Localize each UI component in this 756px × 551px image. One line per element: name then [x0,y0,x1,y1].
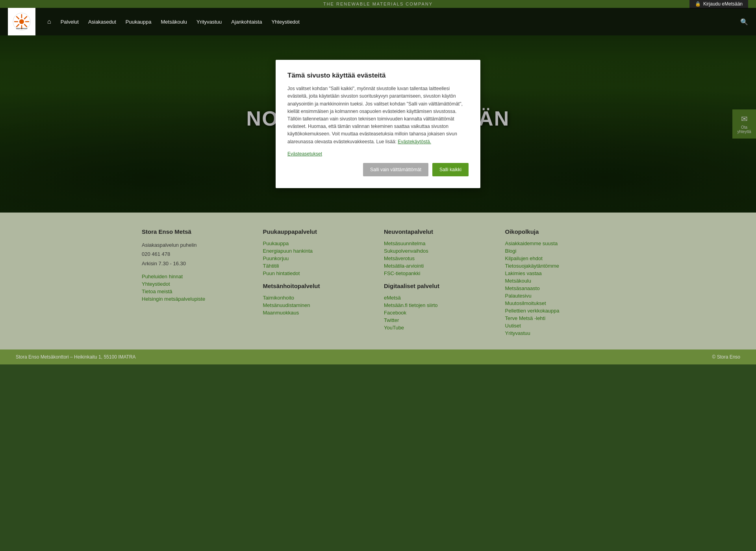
footer-link-maanmuokkaus[interactable]: Maanmuokkaus [263,310,372,316]
nav-asiakasedut[interactable]: Asiakasedut [84,16,120,28]
footer-link-tietoa-meista[interactable]: Tietoa meistä [142,288,251,294]
footer-link-yrityvastuu[interactable]: Yrityvastuu [505,330,615,336]
footer-link-helsingin[interactable]: Helsingin metsäpalvelupiste [142,296,251,302]
footer-link-sukupolvenvaihdos[interactable]: Sukupolvenvaihdos [384,248,493,254]
footer-col-neuvonta: Neuvontapalvelut Metsäsuunnitelma Sukupo… [384,228,493,338]
footer-link-youtube[interactable]: YouTube [384,325,493,331]
header: storaenso ⌂ Palvelut Asiakasedut Puukaup… [0,8,756,35]
nav-palvelut[interactable]: Palvelut [57,16,83,28]
footer-link-taimikonhoito[interactable]: Taimikonhoito [263,295,372,301]
footer-link-metsasuunnitelma[interactable]: Metsäsuunnitelma [384,240,493,246]
nav-yhteystiedot[interactable]: Yhteystiedot [267,16,304,28]
footer-link-twitter[interactable]: Twitter [384,317,493,323]
footer: Stora Enso Metsä Asiakaspalvelun puhelin… [0,213,756,364]
footer-link-terve-metsa[interactable]: Terve Metsä -lehti [505,315,615,321]
svg-text:storaenso: storaenso [16,27,28,30]
cookie-buttons: Salli vain välttämättömät Salli kaikki [287,163,469,176]
main-nav: ⌂ Palvelut Asiakasedut Puukauppa Metsäko… [43,15,740,28]
footer-col2-subtitle2: Metsänhoitopalvelut [263,283,372,289]
nav-ajankohtaista[interactable]: Ajankohtaista [227,16,266,28]
footer-link-blogi[interactable]: Blogi [505,248,615,254]
cookie-reject-button[interactable]: Salli vain välttämättömät [363,163,428,176]
footer-link-energiapuun[interactable]: Energiapuun hankinta [263,248,372,254]
nav-right: 🔍 [740,18,748,26]
logo[interactable]: storaenso [8,8,35,35]
footer-col-oikopolkuja: Oikopolkuja Asiakkaidemme suusta Blogi K… [505,228,615,338]
footer-bottom: Stora Enso Metsäkonttori – Heikinkaitu 1… [0,349,756,364]
footer-link-emets[interactable]: eMetsä [384,295,493,301]
footer-address: Stora Enso Metsäkonttori – Heikinkaitu 1… [16,354,136,360]
nav-metsakoulu[interactable]: Metsäkoulu [157,16,191,28]
footer-link-metsatila-arviointi[interactable]: Metsätila-arviointi [384,263,493,269]
footer-grid: Stora Enso Metsä Asiakaspalvelun puhelin… [142,228,614,338]
cookie-accept-button[interactable]: Salli kaikki [432,163,469,176]
footer-col1-title: Stora Enso Metsä [142,228,251,235]
footer-link-asiakkaidemme[interactable]: Asiakkaidemme suusta [505,240,615,246]
footer-contact-info: Asiakaspalvelun puhelin 020 461 478 Arki… [142,240,251,268]
footer-link-fsc[interactable]: FSC-tietopankki [384,270,493,276]
cookie-title: Tämä sivusto käyttää evästeitä [287,72,469,80]
footer-link-puunkorjuu[interactable]: Puunkorjuu [263,255,372,261]
cookie-overlay: Tämä sivusto käyttää evästeitä Jos valit… [0,35,756,213]
footer-col-puukauppa: Puukauppapalvelut Puukauppa Energiapuun … [263,228,372,338]
footer-copyright: © Stora Enso [712,354,740,360]
cookie-privacy-link[interactable]: Evästekäytöstä. [398,139,431,144]
lock-icon: 🔒 [695,1,701,7]
footer-link-puukauppa[interactable]: Puukauppa [263,240,372,246]
top-bar: THE RENEWABLE MATERIALS COMPANY 🔒 Kirjau… [0,0,756,8]
footer-link-facebook[interactable]: Facebook [384,310,493,316]
footer-link-tahtitili[interactable]: Tähtitili [263,263,372,269]
search-button[interactable]: 🔍 [740,18,748,26]
footer-link-muutosilmoitukset[interactable]: Muutosilmoitukset [505,300,615,306]
footer-link-metsanuudistaminen[interactable]: Metsänuudistaminen [263,302,372,308]
footer-link-lakimies[interactable]: Lakimies vastaa [505,270,615,276]
footer-col3-subtitle2: Digitaaliset palvelut [384,283,493,289]
company-tagline: THE RENEWABLE MATERIALS COMPANY [323,2,433,6]
footer-link-yhteystiedot[interactable]: Yhteystiedot [142,281,251,287]
hero-section: Tämä sivusto käyttää evästeitä Jos valit… [0,35,756,213]
cookie-settings-link[interactable]: Evästeasetukset [287,151,469,157]
nav-puukauppa[interactable]: Puukauppa [122,16,156,28]
footer-link-metsasanaasto[interactable]: Metsäsanaasto [505,285,615,291]
footer-col3-title: Neuvontapalvelut [384,228,493,235]
footer-link-uutiset[interactable]: Uutiset [505,323,615,329]
cookie-modal: Tämä sivusto käyttää evästeitä Jos valit… [276,60,480,188]
svg-point-1 [19,19,24,24]
footer-link-metsaan-fi[interactable]: Metsään.fi tietojen siirto [384,302,493,308]
footer-col-stora-enso: Stora Enso Metsä Asiakaspalvelun puhelin… [142,228,251,338]
nav-yrityvastuu[interactable]: Yrityvastuu [193,16,226,28]
below-fold-area [0,364,756,522]
footer-link-metsakoulu2[interactable]: Metsäkoulu [505,278,615,284]
footer-col4-title: Oikopolkuja [505,228,615,235]
footer-link-kilpailujen-ehdot[interactable]: Kilpailujen ehdot [505,255,615,261]
footer-link-pellettien[interactable]: Pellettien verkkokauppa [505,308,615,314]
footer-link-puun-hintatiedot[interactable]: Puun hintatiedot [263,270,372,276]
nav-home[interactable]: ⌂ [43,15,55,28]
footer-link-metsaverotus[interactable]: Metsäverotus [384,255,493,261]
footer-link-puheluiden-hinnat[interactable]: Puheluiden hinnat [142,274,251,279]
footer-link-palautesivu[interactable]: Palautesivu [505,293,615,299]
footer-col2-title: Puukauppapalvelut [263,228,372,235]
footer-link-tietosuoja[interactable]: Tietosuojakäytäntömme [505,263,615,269]
cookie-body: Jos valitset kohdan "Salli kaikki", myön… [287,85,469,146]
login-button[interactable]: 🔒 Kirjaudu eMetsään [689,0,748,9]
